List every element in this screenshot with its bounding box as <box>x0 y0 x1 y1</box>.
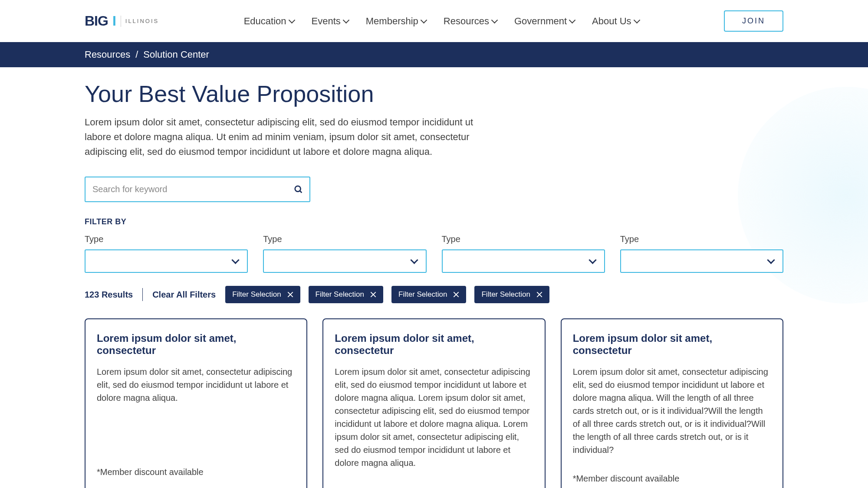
filter-col-2: Type <box>263 234 426 273</box>
chevron-down-icon <box>343 17 350 24</box>
breadcrumb-parent[interactable]: Resources <box>85 49 130 60</box>
join-button[interactable]: JOIN <box>724 10 783 32</box>
chevron-down-icon <box>421 17 427 24</box>
chevron-down-icon <box>288 17 295 24</box>
filter-col-label: Type <box>263 234 426 244</box>
site-header: BIG I ILLINOIS Education Events Membersh… <box>0 0 868 42</box>
filter-select-2[interactable] <box>263 249 426 273</box>
chevron-down-icon <box>410 256 418 264</box>
filter-chip[interactable]: Filter Selection <box>225 286 300 303</box>
nav-label: Education <box>244 16 286 27</box>
card-title: Lorem ipsum dolor sit amet, consectetur <box>97 332 295 357</box>
breadcrumb-bar: Resources / Solution Center <box>0 42 868 67</box>
results-cards: Lorem ipsum dolor sit amet, consectetur … <box>85 318 783 488</box>
result-card[interactable]: Lorem ipsum dolor sit amet, consectetur … <box>322 318 545 488</box>
filter-chip[interactable]: Filter Selection <box>309 286 383 303</box>
nav-label: About Us <box>592 16 631 27</box>
result-card[interactable]: Lorem ipsum dolor sit amet, consectetur … <box>85 318 307 488</box>
filter-chip[interactable]: Filter Selection <box>391 286 466 303</box>
search-wrapper <box>85 177 310 202</box>
filter-select-1[interactable] <box>85 249 248 273</box>
logo-divider <box>121 16 121 27</box>
results-divider <box>142 288 143 301</box>
svg-point-0 <box>295 186 301 192</box>
card-title: Lorem ipsum dolor sit amet, consectetur <box>573 332 771 357</box>
card-body: Lorem ipsum dolor sit amet, consectetur … <box>573 365 771 456</box>
filter-col-label: Type <box>85 234 248 244</box>
filter-chip[interactable]: Filter Selection <box>474 286 549 303</box>
svg-line-1 <box>300 191 302 193</box>
chevron-down-icon <box>767 256 775 264</box>
nav-events[interactable]: Events <box>312 16 349 27</box>
filter-col-3: Type <box>442 234 605 273</box>
card-title: Lorem ipsum dolor sit amet, consectetur <box>335 332 533 357</box>
chevron-down-icon <box>589 256 596 264</box>
close-icon[interactable] <box>536 291 542 298</box>
close-icon[interactable] <box>453 291 459 298</box>
filter-row: Type Type Type Type <box>85 234 783 273</box>
filter-select-3[interactable] <box>442 249 605 273</box>
nav-membership[interactable]: Membership <box>366 16 426 27</box>
result-card[interactable]: Lorem ipsum dolor sit amet, consectetur … <box>561 318 783 488</box>
logo-i-text: I <box>112 13 116 29</box>
card-footer: *Member discount available <box>97 467 295 477</box>
page-description: Lorem ipsum dolor sit amet, consectetur … <box>85 115 484 159</box>
nav-label: Resources <box>444 16 489 27</box>
nav-government[interactable]: Government <box>514 16 575 27</box>
main-nav: Education Events Membership Resources Go… <box>244 16 639 27</box>
close-icon[interactable] <box>370 291 376 298</box>
logo-big-text: BIG <box>85 13 108 29</box>
nav-label: Events <box>312 16 341 27</box>
clear-all-filters[interactable]: Clear All Filters <box>152 290 216 300</box>
chevron-down-icon <box>569 17 576 24</box>
filter-col-4: Type <box>620 234 783 273</box>
results-count: 123 Results <box>85 290 133 300</box>
close-icon[interactable] <box>287 291 293 298</box>
logo[interactable]: BIG I ILLINOIS <box>85 13 159 29</box>
breadcrumb-separator: / <box>135 49 138 60</box>
chevron-down-icon <box>491 17 498 24</box>
card-body: Lorem ipsum dolor sit amet, consectetur … <box>335 365 533 469</box>
breadcrumb: Resources / Solution Center <box>85 49 783 60</box>
logo-illinois-text: ILLINOIS <box>125 18 159 24</box>
filter-col-label: Type <box>442 234 605 244</box>
filter-by-label: FILTER BY <box>85 217 783 226</box>
main-content: Your Best Value Proposition Lorem ipsum … <box>0 67 868 488</box>
chip-label: Filter Selection <box>316 290 364 299</box>
filter-col-label: Type <box>620 234 783 244</box>
card-footer: *Member discount available <box>573 474 771 484</box>
filter-chips: Filter Selection Filter Selection Filter… <box>225 286 549 303</box>
chip-label: Filter Selection <box>398 290 447 299</box>
filter-col-1: Type <box>85 234 248 273</box>
chip-label: Filter Selection <box>232 290 281 299</box>
nav-about-us[interactable]: About Us <box>592 16 639 27</box>
nav-label: Government <box>514 16 567 27</box>
nav-resources[interactable]: Resources <box>444 16 497 27</box>
card-body: Lorem ipsum dolor sit amet, consectetur … <box>97 365 295 404</box>
filter-select-4[interactable] <box>620 249 783 273</box>
search-input[interactable] <box>85 177 310 202</box>
chip-label: Filter Selection <box>481 290 530 299</box>
results-bar: 123 Results Clear All Filters Filter Sel… <box>85 286 783 303</box>
chevron-down-icon <box>232 256 240 264</box>
nav-education[interactable]: Education <box>244 16 294 27</box>
page-title: Your Best Value Proposition <box>85 80 783 107</box>
chevron-down-icon <box>633 17 640 24</box>
nav-label: Membership <box>366 16 418 27</box>
search-icon[interactable] <box>294 185 303 194</box>
breadcrumb-current: Solution Center <box>143 49 209 60</box>
